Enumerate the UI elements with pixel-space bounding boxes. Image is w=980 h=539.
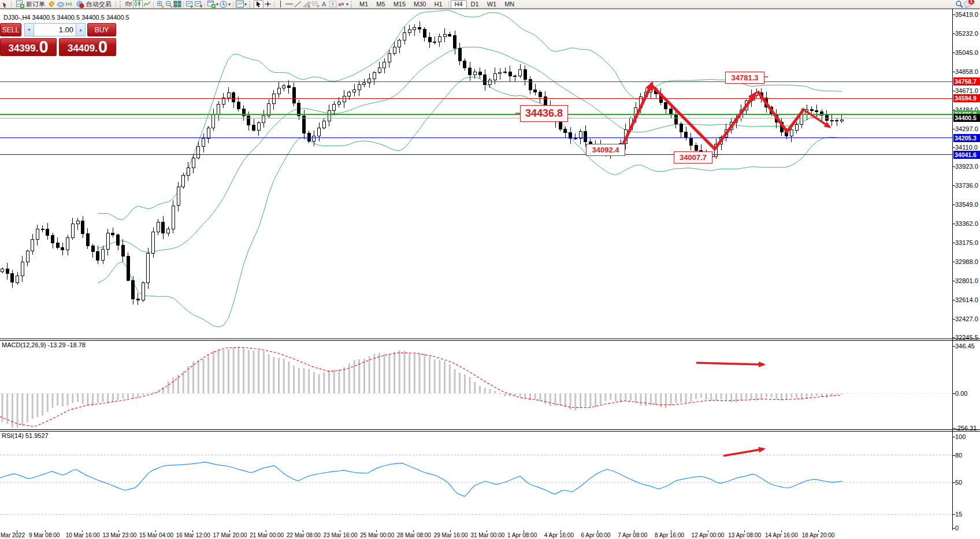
shapes-arrows-icon[interactable] [337, 1, 346, 8]
timeframe-button-w1[interactable]: W1 [483, 0, 501, 9]
candle [539, 92, 541, 96]
volume-decrease-button[interactable]: ▼ [24, 23, 34, 36]
time-tickmark [781, 530, 782, 532]
profile-icon[interactable] [47, 1, 56, 8]
timeframe-button-m15[interactable]: M15 [389, 0, 410, 9]
timeframe-button-h1[interactable]: H1 [430, 0, 446, 9]
macd-histogram-bar [690, 393, 692, 402]
time-axis[interactable]: Mar 20229 Mar 08:0010 Mar 16:0013 Mar 23… [0, 530, 980, 539]
cloud-icon[interactable] [56, 1, 65, 8]
panel-divider[interactable] [0, 429, 980, 430]
strategy-tester-icon[interactable] [185, 1, 194, 8]
chart-profile-icon[interactable] [235, 1, 244, 8]
candle [232, 93, 235, 102]
search-icon[interactable] [955, 1, 963, 8]
candle [337, 102, 340, 105]
cursor-icon[interactable] [254, 0, 263, 9]
separator [233, 1, 233, 8]
candle [484, 75, 487, 85]
volume-input[interactable] [34, 23, 76, 36]
bar-chart-icon[interactable] [124, 1, 133, 8]
volume-increase-button[interactable]: ▲ [76, 23, 86, 36]
main-chart[interactable] [0, 9, 952, 339]
macd-histogram-bar [660, 393, 662, 407]
price-tick-label: 34671.0 [955, 87, 980, 94]
price-annotation-label[interactable]: 34007.7 [674, 151, 712, 163]
zoom-out-icon[interactable] [164, 1, 173, 8]
macd-histogram-bar [127, 393, 129, 398]
toolbar-grip[interactable] [120, 1, 122, 8]
price-annotation-label[interactable]: 34092.4 [586, 144, 625, 156]
time-tick-label: 18 Apr 20:00 [802, 532, 835, 538]
macd-histogram-bar [207, 355, 209, 393]
separator [116, 1, 116, 8]
time-tick-label: 21 Mar 00:00 [250, 532, 284, 538]
tile-windows-icon[interactable] [173, 1, 181, 8]
rsi-panel[interactable] [0, 432, 952, 530]
fibonacci-icon[interactable]: F [311, 1, 320, 8]
price-tick-label: 32614.0 [955, 296, 980, 303]
new-order-button[interactable]: 新订单 [13, 0, 47, 8]
crosshair-icon[interactable] [263, 1, 272, 8]
toolbar-grip[interactable] [249, 1, 252, 8]
zoom-in-icon[interactable] [155, 1, 164, 8]
buy-price-display[interactable]: 34409.0 [59, 38, 116, 56]
time-tickmark [266, 530, 266, 532]
label-tool-icon[interactable]: T [328, 1, 337, 8]
candlestick-chart-icon[interactable] [133, 0, 143, 9]
time-tick-label: 25 Mar 00:00 [360, 532, 394, 538]
dropdown-caret-icon[interactable]: ▾ [216, 1, 218, 8]
chat-icon[interactable]: 1 [963, 1, 972, 8]
macd-histogram-bar [378, 353, 380, 393]
macd-histogram-bar [605, 393, 607, 402]
timeframe-button-h4[interactable]: H4 [451, 0, 467, 9]
macd-histogram-bar [841, 393, 842, 395]
signal-icon[interactable] [65, 1, 73, 8]
macd-histogram-bar [494, 391, 496, 393]
sell-button[interactable]: SELL [0, 23, 21, 36]
price-annotation-label[interactable]: 34781.3 [725, 72, 764, 84]
dropdown-caret-icon[interactable]: ▾ [244, 1, 247, 8]
macd-histogram-bar [92, 393, 94, 406]
annotation-arrow [696, 363, 764, 365]
macd-histogram-bar [57, 393, 58, 406]
horizontal-line-icon[interactable] [285, 1, 294, 8]
chart-marker-icon[interactable] [194, 1, 203, 8]
dropdown-caret-icon[interactable]: ▾ [346, 1, 348, 8]
timeframe-button-mn[interactable]: MN [500, 0, 518, 9]
time-tick-label: 14 Apr 16:00 [765, 532, 798, 538]
toolbar-grip[interactable] [351, 1, 354, 8]
add-indicator-icon[interactable] [207, 1, 216, 8]
macd-panel[interactable] [0, 341, 952, 429]
buy-button[interactable]: BUY [87, 23, 116, 36]
text-tool-icon[interactable]: A [320, 1, 328, 8]
candle [287, 86, 290, 87]
auto-trading-button[interactable]: 自动交易 [73, 0, 114, 8]
macd-histogram-bar [559, 393, 561, 406]
candle [519, 70, 522, 76]
timeframe-button-d1[interactable]: D1 [467, 0, 483, 9]
vertical-line-icon[interactable] [276, 1, 285, 8]
candle [443, 35, 446, 37]
timeframe-button-m30[interactable]: M30 [410, 0, 430, 9]
line-chart-icon[interactable] [143, 1, 151, 8]
sell-price-display[interactable]: 34399.0 [0, 38, 57, 56]
candle [253, 125, 255, 130]
candle [106, 233, 109, 249]
period-clock-icon[interactable] [219, 1, 228, 8]
macd-histogram-bar [288, 362, 289, 393]
macd-histogram-bar [710, 393, 712, 401]
candle [836, 120, 838, 121]
time-tick-label: 13 Mar 23:00 [102, 532, 136, 538]
dropdown-caret-icon[interactable]: ▾ [228, 1, 231, 8]
macd-histogram-bar [620, 393, 622, 402]
candle [277, 88, 280, 94]
price-annotation-label[interactable]: 34436.8 [520, 105, 568, 122]
panel-divider[interactable] [0, 339, 980, 339]
timeframe-button-m1[interactable]: M1 [355, 0, 372, 9]
trendline-icon[interactable] [294, 1, 302, 8]
timeframe-button-m5[interactable]: M5 [372, 0, 389, 9]
annotation-arrow [652, 86, 755, 149]
candle [343, 96, 346, 102]
equidistant-channel-icon[interactable]: E [302, 1, 311, 8]
